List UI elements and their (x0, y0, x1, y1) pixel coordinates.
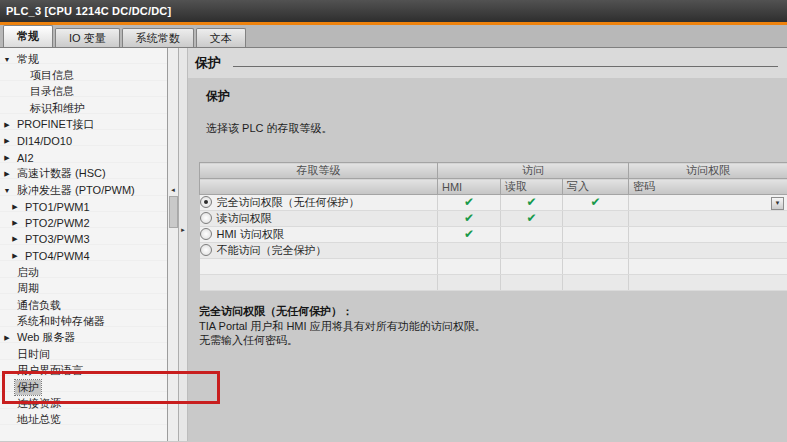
sidebar-item-label: PTO3/PWM3 (23, 233, 92, 245)
sidebar-item-label: PTO1/PWM1 (23, 201, 92, 213)
access-level-label: HMI 访问权限 (217, 228, 284, 240)
sidebar-item-label: AI2 (15, 152, 36, 164)
tab-3[interactable]: 文本 (196, 28, 246, 47)
collapse-right-icon[interactable]: ► (179, 224, 187, 236)
table-row-1: 读访问权限✔✔ (200, 211, 787, 227)
heading-rule (233, 66, 778, 67)
access-level-radio[interactable] (200, 244, 212, 256)
access-table-header: 存取等级访问访问权限HMI读取写入密码 (200, 163, 787, 195)
sidebar-item-label: 地址总览 (15, 412, 63, 427)
sidebar-item-16[interactable]: 系统和时钟存储器 (0, 313, 167, 329)
scrollbar-thumb[interactable] (169, 196, 178, 228)
sidebar-item-label: PROFINET接口 (15, 117, 97, 132)
tree-expand-closed-icon[interactable]: ▶ (11, 252, 19, 260)
sidebar-item-label: 目录信息 (28, 84, 76, 99)
window-body: ▼常规项目信息目录信息标识和维护▶PROFINET接口▶DI14/DO10▶AI… (0, 48, 787, 441)
tree-expand-closed-icon[interactable]: ▶ (11, 219, 19, 227)
col-sub-3: 密码 (629, 179, 787, 195)
sidebar-item-18[interactable]: 日时间 (0, 346, 167, 362)
tree-expand-closed-icon[interactable]: ▶ (3, 170, 11, 178)
sidebar-item-label: 系统和时钟存储器 (15, 314, 107, 329)
tree-expand-closed-icon[interactable]: ▶ (3, 334, 11, 342)
tab-0[interactable]: 常规 (3, 25, 53, 47)
sidebar-item-label: 保护 (15, 380, 41, 395)
sidebar-item-label: 连接资源 (15, 396, 63, 411)
sidebar-item-9[interactable]: ▶PTO1/PWM1 (0, 199, 167, 215)
main-pane: 保护 保护 选择该 PLC 的存取等级。 存取等级访问访问权限HMI读取写入密码… (188, 48, 787, 441)
sidebar-item-22[interactable]: 地址总览 (0, 412, 167, 428)
collapse-left-icon[interactable]: ◄ (168, 184, 178, 196)
section-title: 保护 (195, 54, 221, 72)
col-sub-1: 读取 (501, 179, 563, 195)
sidebar-item-2[interactable]: 目录信息 (0, 84, 167, 100)
password-dropdown-button[interactable]: ▼ (771, 197, 784, 210)
section-heading: 保护 (188, 48, 787, 78)
table-row-2: HMI 访问权限✔ (200, 227, 787, 243)
sidebar-item-6[interactable]: ▶AI2 (0, 149, 167, 165)
detail-lines: TIA Portal 用户和 HMI 应用将具有对所有功能的访问权限。无需输入任… (199, 319, 787, 347)
sidebar-item-20[interactable]: 保护 (0, 379, 167, 395)
col-sub-2: 写入 (563, 179, 629, 195)
sidebar-item-14[interactable]: 周期 (0, 280, 167, 296)
access-level-label: 完全访问权限（无任何保护） (217, 196, 360, 208)
properties-window: PLC_3 [CPU 1214C DC/DC/DC] 常规IO 变量系统常数文本… (0, 0, 787, 442)
check-icon: ✔ (438, 211, 500, 226)
tree-scrollbar[interactable]: ◄ (168, 48, 179, 441)
sidebar-item-1[interactable]: 项目信息 (0, 67, 167, 83)
sidebar-item-label: 启动 (15, 265, 41, 280)
access-table-body: 完全访问权限（无任何保护）✔✔✔▼读访问权限✔✔HMI 访问权限✔不能访问（完全… (200, 195, 787, 291)
tree-expand-open-icon[interactable]: ▼ (3, 187, 11, 194)
detail-block: 完全访问权限（无任何保护）： TIA Portal 用户和 HMI 应用将具有对… (199, 304, 787, 347)
table-empty-row (200, 275, 787, 291)
sidebar-item-label: 日时间 (15, 347, 52, 362)
col-group-0: 存取等级 (200, 163, 438, 179)
tree-expand-closed-icon[interactable]: ▶ (3, 154, 11, 162)
sidebar-item-8[interactable]: ▼脉冲发生器 (PTO/PWM) (0, 182, 167, 198)
sidebar-item-15[interactable]: 通信负载 (0, 297, 167, 313)
table-row-0: 完全访问权限（无任何保护）✔✔✔▼ (200, 195, 787, 211)
access-level-label: 读访问权限 (217, 212, 272, 224)
sidebar-item-4[interactable]: ▶PROFINET接口 (0, 117, 167, 133)
pane-splitter[interactable]: ► (179, 48, 188, 441)
sidebar-item-label: DI14/DO10 (15, 135, 74, 147)
access-level-label: 不能访问（完全保护） (217, 244, 327, 256)
access-level-radio[interactable] (200, 212, 212, 224)
tab-2[interactable]: 系统常数 (122, 28, 194, 47)
sidebar-item-5[interactable]: ▶DI14/DO10 (0, 133, 167, 149)
access-level-radio[interactable] (200, 228, 212, 240)
sidebar-item-label: 周期 (15, 281, 41, 296)
sidebar-item-12[interactable]: ▶PTO4/PWM4 (0, 248, 167, 264)
sidebar-item-label: 常规 (15, 52, 41, 67)
sidebar-item-label: Web 服务器 (15, 330, 77, 345)
sidebar-item-label: 标识和维护 (28, 101, 87, 116)
col-group-2: 访问权限 (629, 163, 787, 179)
detail-line: 无需输入任何密码。 (199, 333, 787, 347)
access-level-table: 存取等级访问访问权限HMI读取写入密码 完全访问权限（无任何保护）✔✔✔▼读访问… (199, 162, 787, 291)
col-group-1: 访问 (438, 163, 629, 179)
sidebar-item-label: 通信负载 (15, 298, 63, 313)
check-icon: ✔ (501, 211, 562, 226)
access-level-radio[interactable] (200, 196, 212, 208)
sidebar-item-21[interactable]: 连接资源 (0, 395, 167, 411)
sidebar-item-7[interactable]: ▶高速计数器 (HSC) (0, 166, 167, 182)
tree-expand-closed-icon[interactable]: ▶ (3, 137, 11, 145)
sidebar-item-17[interactable]: ▶Web 服务器 (0, 330, 167, 346)
tree-expand-open-icon[interactable]: ▼ (3, 56, 11, 63)
sidebar-item-label: PTO4/PWM4 (23, 250, 92, 262)
tree-expand-closed-icon[interactable]: ▶ (11, 203, 19, 211)
sidebar-item-13[interactable]: 启动 (0, 264, 167, 280)
sidebar-item-3[interactable]: 标识和维护 (0, 100, 167, 116)
check-icon: ✔ (563, 195, 628, 210)
sidebar-item-0[interactable]: ▼常规 (0, 51, 167, 67)
tab-1[interactable]: IO 变量 (55, 28, 120, 47)
sidebar-item-label: 脉冲发生器 (PTO/PWM) (15, 183, 137, 198)
window-titlebar: PLC_3 [CPU 1214C DC/DC/DC] (0, 0, 787, 22)
sidebar-item-19[interactable]: 用户界面语言 (0, 362, 167, 378)
sidebar-item-label: 高速计数器 (HSC) (15, 166, 108, 181)
sidebar-item-11[interactable]: ▶PTO3/PWM3 (0, 231, 167, 247)
window-title: PLC_3 [CPU 1214C DC/DC/DC] (6, 5, 171, 17)
col-sub-0: HMI (438, 179, 501, 195)
sidebar-item-10[interactable]: ▶PTO2/PWM2 (0, 215, 167, 231)
tree-expand-closed-icon[interactable]: ▶ (3, 121, 11, 129)
tree-expand-closed-icon[interactable]: ▶ (11, 235, 19, 243)
